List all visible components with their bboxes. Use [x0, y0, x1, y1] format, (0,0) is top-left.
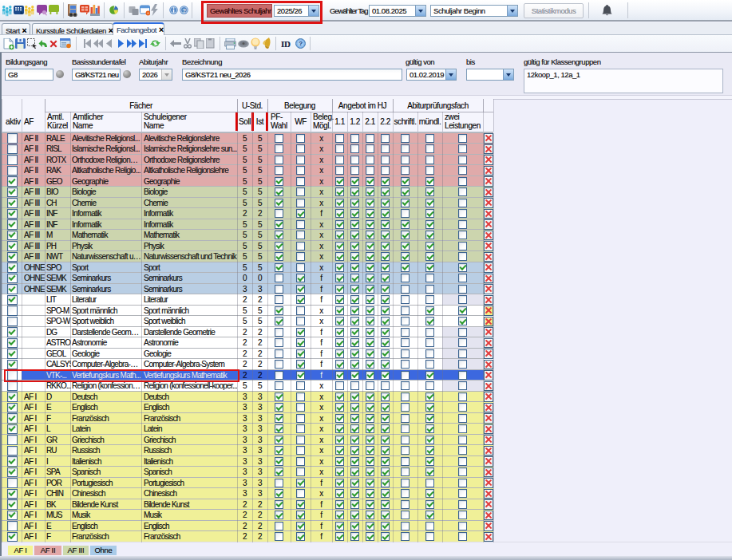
svg-text:?: ?	[182, 7, 186, 14]
svg-text:ID: ID	[281, 39, 291, 49]
svg-text:?: ?	[299, 40, 303, 47]
